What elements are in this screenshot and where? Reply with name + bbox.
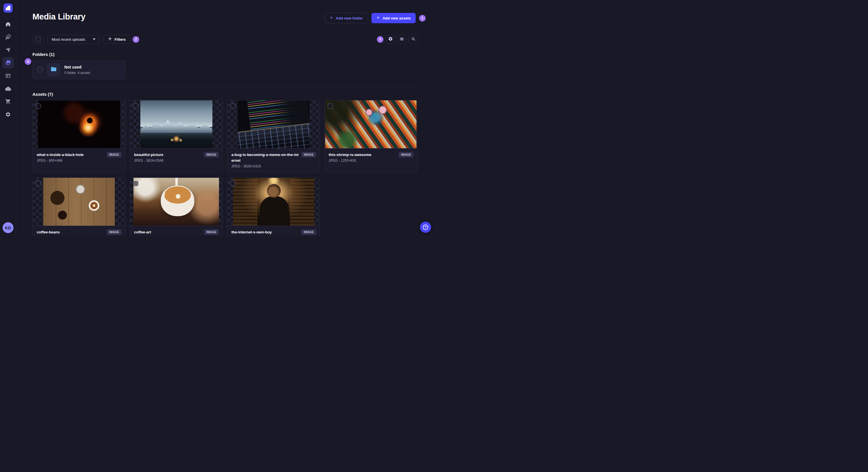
asset-type-badge: IMAGE — [107, 229, 121, 235]
asset-card[interactable]: coffee-art JPEG - 5824×3259 IMAGE — [130, 177, 223, 236]
asset-footer: what-s-inside-a-black-hole JPEG - 800×46… — [33, 148, 125, 166]
asset-thumbnail — [38, 100, 120, 148]
sidebar-item-home[interactable] — [2, 19, 14, 30]
asset-card[interactable]: this-shrimp-is-awesome JPEG - 1200×630 I… — [324, 100, 417, 172]
header-actions: Add new folder Add new assets 1 — [324, 13, 426, 23]
sidebar-item-media-library[interactable] — [2, 57, 14, 69]
help-button[interactable]: ? — [420, 222, 431, 233]
select-all-button[interactable] — [32, 35, 43, 44]
asset-type-badge: IMAGE — [399, 152, 413, 158]
asset-checkbox[interactable] — [36, 103, 41, 109]
folder-icon — [51, 66, 57, 73]
asset-name: coffee-art — [134, 229, 201, 235]
asset-thumbnail — [238, 100, 309, 148]
grid-settings-button[interactable] — [386, 35, 395, 44]
paper-plane-icon — [5, 47, 11, 53]
asset-media — [227, 178, 320, 226]
sidebar-item-content-type-builder[interactable] — [2, 70, 14, 81]
asset-card[interactable]: coffee-beans JPEG - 5021×3347 IMAGE — [32, 177, 125, 236]
sidebar-item-cloud[interactable] — [2, 83, 14, 94]
list-view-button[interactable] — [397, 35, 406, 44]
asset-footer: beautiful-picture JPEG - 3824×2548 IMAGE — [130, 148, 222, 166]
asset-info: coffee-beans JPEG - 5021×3347 — [37, 229, 107, 236]
asset-card[interactable]: beautiful-picture JPEG - 3824×2548 IMAGE — [130, 100, 223, 172]
asset-checkbox[interactable] — [133, 103, 138, 109]
app-window: KD Media Library Add new folder Add new … — [0, 0, 434, 236]
asset-thumbnail — [43, 178, 115, 226]
asset-type-badge: IMAGE — [301, 152, 316, 158]
asset-meta: JPEG - 800×466 — [37, 159, 104, 163]
asset-card[interactable]: what-s-inside-a-black-hole JPEG - 800×46… — [32, 100, 125, 172]
asset-thumbnail — [325, 100, 416, 148]
sidebar-item-releases[interactable] — [2, 44, 14, 56]
filters-button[interactable]: Filters — [103, 35, 130, 44]
asset-info: a-bug-is-becoming-a-meme-on-the-internet… — [231, 152, 301, 168]
asset-card[interactable]: a-bug-is-becoming-a-meme-on-the-internet… — [227, 100, 320, 172]
asset-info: what-s-inside-a-black-hole JPEG - 800×46… — [37, 152, 107, 163]
asset-type-badge: IMAGE — [204, 152, 219, 158]
folders-heading: Folders (1) — [32, 52, 418, 57]
sidebar-item-marketplace[interactable] — [2, 96, 14, 107]
feather-icon — [5, 34, 11, 40]
section-divider — [32, 87, 418, 87]
asset-checkbox[interactable] — [133, 181, 138, 186]
asset-media — [33, 178, 125, 226]
home-icon — [5, 21, 11, 27]
asset-checkbox[interactable] — [328, 103, 333, 109]
sort-dropdown[interactable]: Most recent uploads — [48, 35, 100, 44]
asset-footer: this-shrimp-is-awesome JPEG - 1200×630 I… — [324, 148, 417, 166]
step-badge-3: 3 — [377, 36, 383, 43]
folder-meta: 0 folder, 4 assets — [64, 71, 90, 75]
asset-info: the-internet-s-own-boy JPEG - 1200×707 — [231, 229, 301, 236]
add-new-folder-label: Add new folder — [336, 16, 363, 20]
strapi-logo[interactable] — [3, 3, 12, 12]
folder-checkbox[interactable] — [37, 67, 42, 72]
asset-checkbox[interactable] — [230, 181, 236, 186]
filter-icon — [107, 37, 112, 42]
folder-name: Not used — [64, 65, 90, 70]
asset-media — [324, 100, 417, 148]
folder-card[interactable]: Not used 0 folder, 4 assets — [32, 60, 125, 79]
add-new-folder-button[interactable]: Add new folder — [324, 13, 368, 23]
sidebar-item-content[interactable] — [2, 31, 14, 43]
layout-icon — [5, 73, 11, 78]
controls-row: Most recent uploads Filters 2 3 — [32, 35, 418, 44]
add-new-assets-button[interactable]: Add new assets — [371, 13, 415, 23]
asset-checkbox[interactable] — [230, 103, 236, 109]
asset-footer: coffee-art JPEG - 5824×3259 IMAGE — [130, 226, 222, 236]
step-badge-4: 4 — [25, 58, 31, 65]
asset-checkbox[interactable] — [36, 181, 41, 186]
asset-meta: JPEG - 3628×2419 — [231, 164, 299, 168]
page-title: Media Library — [32, 12, 86, 22]
filters-label: Filters — [115, 37, 126, 42]
asset-name: what-s-inside-a-black-hole — [37, 152, 104, 158]
question-mark-icon: ? — [423, 225, 428, 230]
add-new-assets-label: Add new assets — [383, 16, 411, 20]
asset-media — [227, 100, 320, 148]
view-controls: 3 — [377, 35, 418, 44]
cart-icon — [5, 99, 11, 104]
asset-type-badge: IMAGE — [301, 229, 316, 235]
cloud-icon — [5, 86, 11, 92]
asset-info: this-shrimp-is-awesome JPEG - 1200×630 — [329, 152, 399, 163]
asset-media — [130, 178, 222, 226]
folder-icon-tile — [47, 63, 60, 76]
asset-media — [130, 100, 222, 148]
asset-name: coffee-beans — [37, 229, 104, 235]
asset-thumbnail — [233, 178, 314, 226]
plus-icon — [376, 16, 380, 20]
list-icon — [400, 37, 404, 42]
images-icon — [5, 60, 11, 66]
sidebar-item-settings[interactable] — [2, 109, 14, 120]
chevron-down-icon — [93, 38, 96, 40]
asset-media — [33, 100, 125, 148]
asset-footer: coffee-beans JPEG - 5021×3347 IMAGE — [33, 226, 125, 236]
search-button[interactable] — [409, 35, 418, 44]
user-avatar[interactable]: KD — [3, 222, 13, 233]
select-all-checkbox[interactable] — [36, 37, 41, 42]
asset-thumbnail — [133, 178, 219, 226]
asset-info: beautiful-picture JPEG - 3824×2548 — [134, 152, 204, 163]
folder-info: Not used 0 folder, 4 assets — [64, 65, 90, 74]
asset-card[interactable]: the-internet-s-own-boy JPEG - 1200×707 I… — [227, 177, 320, 236]
asset-name: beautiful-picture — [134, 152, 201, 158]
